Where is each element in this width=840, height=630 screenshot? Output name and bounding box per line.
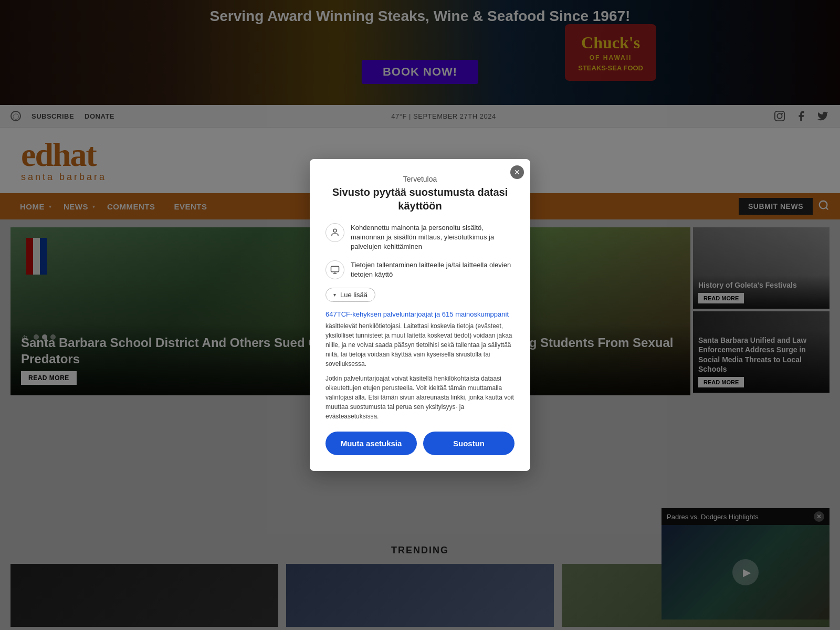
consent-item-1: Kohdennettu mainonta ja personoitu sisäl… [326,223,514,252]
modal-actions: Muuta asetuksia Suostun [326,432,514,455]
modal-body-2: Jotkin palveluntarjoajat voivat käsitell… [326,374,514,421]
expand-button[interactable]: ▾ Lue lisää [326,288,375,302]
modal-title: Sivusto pyytää suostumusta datasi käyttö… [326,185,514,213]
modal-overlay: ✕ Tervetuloa Sivusto pyytää suostumusta … [0,0,840,630]
partners-link[interactable]: 647TCF-kehyksen palveluntarjoajat ja 615… [326,310,514,318]
svg-rect-5 [331,266,339,272]
modal-close-button[interactable]: ✕ [510,165,524,179]
consent-modal: ✕ Tervetuloa Sivusto pyytää suostumusta … [310,159,530,471]
consent-icon-1 [326,223,344,242]
expand-label: Lue lisää [340,291,368,299]
consent-text-1: Kohdennettu mainonta ja personoitu sisäl… [351,223,514,252]
consent-text-2: Tietojen tallentaminen laitteelle ja/tai… [351,260,514,279]
chevron-down-icon: ▾ [333,292,336,298]
modal-greeting: Tervetuloa [326,175,514,183]
settings-button[interactable]: Muuta asetuksia [326,432,417,455]
consent-item-2: Tietojen tallentaminen laitteelle ja/tai… [326,260,514,279]
svg-point-4 [333,229,337,232]
accept-button[interactable]: Suostun [423,432,514,455]
consent-icon-2 [326,260,344,279]
modal-body-1: käsittelevät henkilötietojasi. Laitettas… [326,321,514,369]
